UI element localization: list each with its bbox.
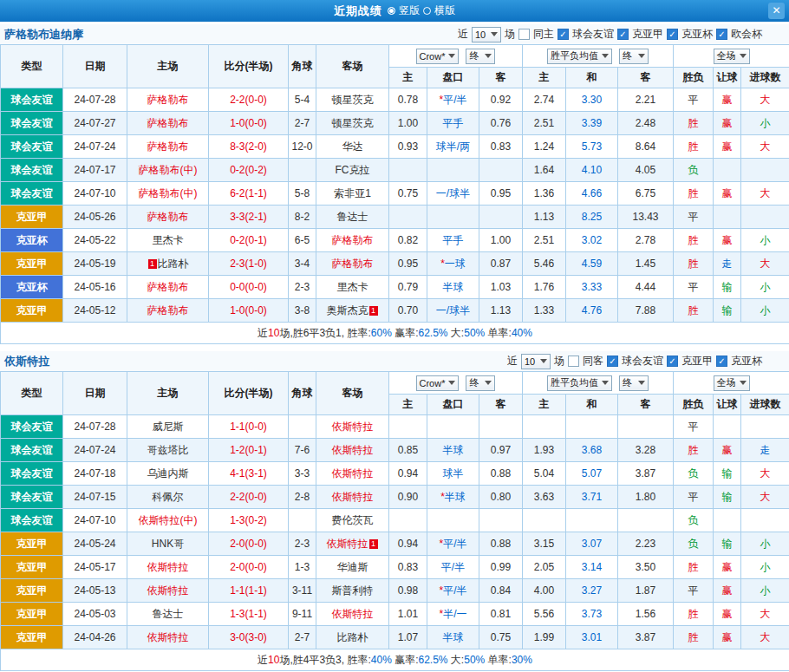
asian-line [427,509,479,532]
avg-draw-odds: 3.73 [566,603,618,626]
competition-checkbox[interactable]: ✓ [667,356,678,367]
same-venue-checkbox[interactable] [568,356,579,367]
col-corner-header: 角球 [289,45,316,88]
result-cell: 胜 [674,252,714,276]
avg-home-odds: 1.13 [523,206,566,229]
result-cell: 胜 [674,229,714,252]
competition-checkbox[interactable]: ✓ [716,29,727,40]
handicap-cell: 赢 [714,556,741,579]
scope-select[interactable]: 全场 [714,375,750,391]
result-cell: 胜 [674,626,714,649]
match-score: 0-2(0-2) [209,159,289,182]
asian-home-odds: 0.90 [389,486,427,509]
portrait-radio-label[interactable]: 竖版 [399,3,420,18]
avg-odds-select[interactable]: 胜平负均值 [547,49,612,64]
avg-draw-odds: 3.30 [566,88,618,112]
team-name: 奥斯杰克 [327,304,368,316]
games-unit-label: 场 [554,354,564,369]
asian-away-odds: 0.97 [479,439,523,462]
goals-header: 进球数 [741,395,789,415]
asian-home-odds: 1.01 [389,603,427,626]
match-date: 24-05-22 [63,229,127,252]
match-score: 0-2(0-1) [209,229,289,252]
result-cell: 胜 [674,439,714,462]
same-venue-checkbox[interactable] [518,29,530,40]
asian-line-header: 盘口 [427,395,479,415]
competition-label: 克亚甲 [632,27,663,42]
games-count-select[interactable]: 10 [472,27,501,42]
goals-header: 进球数 [741,68,789,88]
corner-count: 2-3 [289,532,316,556]
result-cell: 胜 [674,603,714,626]
away-team: 依斯特拉 [316,439,389,462]
team-name: 依斯特拉 [332,491,374,503]
avg-draw-odds: 3.02 [566,229,618,252]
final-odds-select-2[interactable]: 终 [619,375,649,391]
bookmaker-select[interactable]: Crow* [416,49,460,64]
team-name: 依斯特拉 [147,584,189,597]
games-unit-label: 场 [505,27,515,42]
competition-tag: 克亚甲 [1,579,63,603]
goals-cell [741,415,789,439]
final-odds-select[interactable]: 终 [466,375,495,391]
corner-count: 7-6 [289,439,316,462]
team-name: 斯普利特 [332,584,374,597]
competition-checkbox[interactable]: ✓ [607,356,618,367]
landscape-radio-label[interactable]: 横版 [434,3,455,18]
result-cell: 平 [674,486,714,509]
red-card-badge: 1 [148,259,157,269]
match-row: 球会友谊24-07-27萨格勒布1-0(0-0)2-7顿星茨克1.00平手0.7… [1,112,789,135]
away-team: 依斯特拉 [316,603,389,626]
avg-draw-odds [566,509,618,532]
competition-tag: 克亚甲 [1,252,63,276]
result-cell: 负 [674,509,714,532]
home-team: 里杰卡 [127,229,209,252]
handicap-cell: 走 [714,252,741,276]
competition-checkbox[interactable]: ✓ [667,29,678,40]
home-team: 依斯特拉 [127,579,209,603]
goals-cell: 大 [741,603,789,626]
corner-count: 2-3 [289,276,316,299]
goals-cell [741,509,789,532]
team-name: 依斯特拉 [147,631,189,643]
competition-tag: 球会友谊 [1,439,63,462]
asian-away-odds [479,206,523,229]
competition-checkbox[interactable]: ✓ [617,29,629,40]
scope-select[interactable]: 全场 [714,49,750,64]
competition-checkbox[interactable]: ✓ [716,356,727,367]
asian-away-odds [479,509,523,532]
match-date: 24-07-10 [63,182,127,206]
competition-checkbox[interactable]: ✓ [558,29,569,40]
landscape-radio[interactable] [423,7,431,15]
team-name: HNK哥 [152,538,184,550]
avg-home-odds: 1.93 [523,439,566,462]
match-score: 3-3(2-1) [209,206,289,229]
goals-cell: 小 [741,276,789,299]
handicap-cell: 赢 [714,229,741,252]
bookmaker-select[interactable]: Crow* [416,375,460,391]
goals-cell: 大 [741,486,789,509]
away-team: 比路朴 [316,626,389,649]
asian-line: 平/半 [427,556,479,579]
goals-cell: 大 [741,252,789,276]
avg-odds-select[interactable]: 胜平负均值 [547,375,612,391]
final-odds-select[interactable]: 终 [466,49,495,64]
team-name: 里杰卡 [337,281,368,293]
goals-cell: 大 [741,462,789,486]
portrait-radio[interactable] [388,7,395,15]
close-icon[interactable]: ✕ [768,3,785,19]
competition-tag: 克亚甲 [1,556,63,579]
avg-home-odds: 3.63 [523,486,566,509]
asian-line: 半球 [427,626,479,649]
avg-home-odds: 2.51 [523,229,566,252]
away-team: FC克拉 [316,159,389,182]
avg-away-odds: 3.87 [618,462,674,486]
final-odds-select-2[interactable]: 终 [619,49,649,64]
games-count-select[interactable]: 10 [521,354,551,369]
handicap-cell: 赢 [714,112,741,135]
match-score: 1-3(1-1) [209,603,289,626]
asian-line: 平手 [427,112,479,135]
team-name: 哥兹塔比 [147,444,189,456]
match-row: 克亚甲24-05-26萨格勒布3-3(2-1)8-2鲁达士1.138.2513.… [1,206,789,229]
goals-cell: 大 [741,135,789,159]
